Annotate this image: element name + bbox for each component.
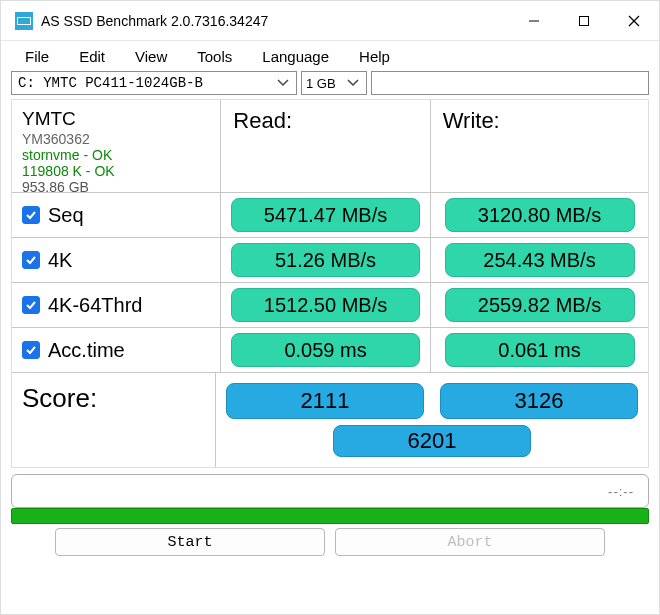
- progress-bar: --:--: [11, 474, 649, 508]
- acc-label: Acc.time: [48, 339, 125, 362]
- model-label: YM360362: [22, 131, 115, 147]
- score-write: 3126: [440, 383, 638, 419]
- 4k-read: 51.26 MB/s: [231, 243, 420, 277]
- size-select[interactable]: 1 GB: [301, 71, 367, 95]
- svg-rect-2: [18, 18, 30, 24]
- drive-select[interactable]: C: YMTC PC411-1024GB-B: [11, 71, 297, 95]
- acc-read: 0.059 ms: [231, 333, 420, 367]
- score-label: Score:: [12, 373, 216, 467]
- maximize-button[interactable]: [559, 1, 609, 41]
- seq-write: 3120.80 MB/s: [445, 198, 635, 232]
- alignment-status: 119808 K - OK: [22, 163, 115, 179]
- results-grid: YMTC YM360362 stornvme - OK 119808 K - O…: [11, 99, 649, 468]
- menu-help[interactable]: Help: [359, 48, 390, 65]
- acc-checkbox[interactable]: [22, 341, 40, 359]
- 4k-checkbox[interactable]: [22, 251, 40, 269]
- read-header: Read:: [221, 100, 430, 192]
- abort-button[interactable]: Abort: [335, 528, 605, 556]
- seq-checkbox[interactable]: [22, 206, 40, 224]
- window-title: AS SSD Benchmark 2.0.7316.34247: [41, 13, 268, 29]
- score-total: 6201: [333, 425, 531, 457]
- score-read: 2111: [226, 383, 424, 419]
- 4k64-label: 4K-64Thrd: [48, 294, 143, 317]
- menu-edit[interactable]: Edit: [79, 48, 105, 65]
- menu-language[interactable]: Language: [262, 48, 329, 65]
- svg-rect-4: [580, 16, 589, 25]
- 4k64-read: 1512.50 MB/s: [231, 288, 420, 322]
- chevron-down-icon[interactable]: [272, 73, 294, 93]
- titlebar: AS SSD Benchmark 2.0.7316.34247: [1, 1, 659, 41]
- menu-view[interactable]: View: [135, 48, 167, 65]
- driver-status: stornvme - OK: [22, 147, 115, 163]
- 4k64-checkbox[interactable]: [22, 296, 40, 314]
- acc-write: 0.061 ms: [445, 333, 635, 367]
- menubar: File Edit View Tools Language Help: [1, 41, 659, 71]
- progress-time: --:--: [608, 484, 634, 499]
- menu-tools[interactable]: Tools: [197, 48, 232, 65]
- drive-select-value: C: YMTC PC411-1024GB-B: [18, 75, 272, 91]
- chevron-down-icon[interactable]: [342, 73, 364, 93]
- blank-field[interactable]: [371, 71, 649, 95]
- 4k-write: 254.43 MB/s: [445, 243, 635, 277]
- seq-label: Seq: [48, 204, 84, 227]
- status-bar: [11, 508, 649, 524]
- menu-file[interactable]: File: [25, 48, 49, 65]
- drive-info: YMTC YM360362 stornvme - OK 119808 K - O…: [22, 108, 115, 195]
- 4k-label: 4K: [48, 249, 72, 272]
- write-header: Write:: [431, 100, 648, 192]
- seq-read: 5471.47 MB/s: [231, 198, 420, 232]
- vendor-label: YMTC: [22, 108, 115, 130]
- size-select-value: 1 GB: [306, 76, 342, 91]
- start-button[interactable]: Start: [55, 528, 325, 556]
- app-icon: [15, 12, 33, 30]
- 4k64-write: 2559.82 MB/s: [445, 288, 635, 322]
- close-button[interactable]: [609, 1, 659, 41]
- minimize-button[interactable]: [509, 1, 559, 41]
